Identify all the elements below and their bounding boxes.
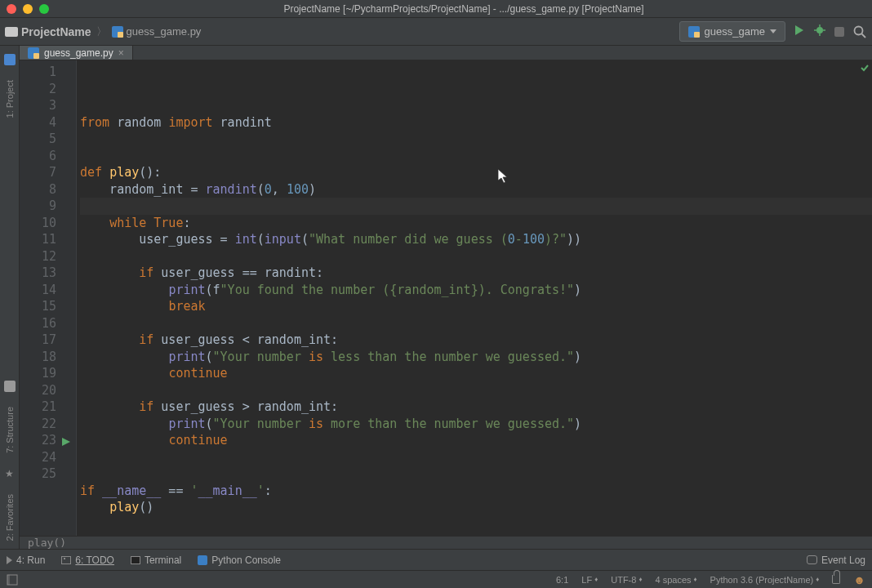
- code-line[interactable]: print("Your number is more than the numb…: [80, 416, 872, 433]
- code-line[interactable]: continue: [80, 365, 872, 382]
- line-separator-selector[interactable]: LF ♦: [581, 575, 598, 585]
- terminal-tool-button[interactable]: Terminal: [131, 555, 181, 566]
- python-icon: [198, 555, 207, 565]
- code-line[interactable]: if user_guess > random_int:: [80, 399, 872, 416]
- code-line[interactable]: random_int = randint(0, 100): [80, 181, 872, 198]
- line-number[interactable]: 9: [20, 198, 56, 215]
- caret-position[interactable]: 6:1: [556, 575, 568, 585]
- event-log-icon: [807, 555, 817, 564]
- line-number[interactable]: 20: [20, 382, 56, 399]
- code-line[interactable]: if user_guess == randint:: [80, 265, 872, 282]
- maximize-window-button[interactable]: [39, 4, 49, 14]
- code-line[interactable]: [80, 248, 872, 265]
- project-tool-icon[interactable]: [4, 54, 16, 65]
- line-number[interactable]: 23: [20, 432, 56, 449]
- memory-indicator-icon[interactable]: ☻: [853, 573, 865, 586]
- minimize-window-button[interactable]: [23, 4, 33, 14]
- debug-button[interactable]: [813, 24, 826, 39]
- code-line[interactable]: [80, 131, 872, 148]
- run-configuration-selector[interactable]: guess_game: [679, 21, 785, 42]
- window-title: ProjectName [~/PycharmProjects/ProjectNa…: [62, 3, 865, 15]
- code-line[interactable]: def play():: [80, 164, 872, 181]
- code-line[interactable]: print("Your number is less than the numb…: [80, 349, 872, 366]
- structure-tool-button[interactable]: 7: Structure: [5, 399, 15, 461]
- code-line[interactable]: continue: [80, 432, 872, 449]
- code-line[interactable]: from random import randint: [80, 114, 872, 131]
- editor-tab[interactable]: guess_game.py ×: [20, 46, 133, 60]
- structure-tool-icon[interactable]: [4, 381, 16, 392]
- line-number[interactable]: 10: [20, 215, 56, 232]
- editor-breadcrumb[interactable]: play(): [20, 536, 872, 549]
- line-number[interactable]: 24: [20, 449, 56, 466]
- svg-point-6: [855, 26, 863, 34]
- code-line[interactable]: [80, 449, 872, 466]
- line-number[interactable]: 17: [20, 332, 56, 349]
- code-line[interactable]: play(): [80, 499, 872, 516]
- code-line[interactable]: [80, 315, 872, 332]
- tool-windows-toggle-button[interactable]: [7, 574, 18, 586]
- code-line[interactable]: user_guess = int(input("What number did …: [80, 231, 872, 248]
- line-number[interactable]: 15: [20, 298, 56, 315]
- line-number[interactable]: 13: [20, 265, 56, 282]
- breadcrumb-file[interactable]: guess_game.py: [112, 25, 202, 38]
- line-number[interactable]: 16: [20, 315, 56, 332]
- line-number[interactable]: 7: [20, 164, 56, 181]
- run-gutter-icon[interactable]: [62, 435, 70, 452]
- line-number[interactable]: 22: [20, 416, 56, 433]
- interpreter-selector[interactable]: Python 3.6 (ProjectName) ♦: [710, 575, 820, 585]
- code-line[interactable]: [80, 516, 872, 533]
- code-line[interactable]: while True:: [80, 215, 872, 232]
- line-number[interactable]: 12: [20, 248, 56, 265]
- line-number[interactable]: 25: [20, 466, 56, 483]
- run-tool-button[interactable]: 4: Run: [7, 555, 45, 566]
- todo-tool-button[interactable]: 6: TODO: [61, 555, 114, 566]
- run-button[interactable]: [794, 24, 805, 38]
- svg-marker-8: [62, 438, 70, 446]
- stop-button[interactable]: [834, 27, 844, 37]
- code-line[interactable]: print(f"You found the number ({random_in…: [80, 282, 872, 299]
- close-tab-button[interactable]: ×: [118, 47, 124, 59]
- line-number[interactable]: 8: [20, 181, 56, 198]
- line-number[interactable]: 18: [20, 349, 56, 366]
- line-number[interactable]: 5: [20, 131, 56, 148]
- encoding-selector[interactable]: UTF-8 ♦: [611, 575, 642, 585]
- line-number[interactable]: 4: [20, 114, 56, 131]
- project-tool-button[interactable]: 1: Project: [5, 72, 15, 126]
- title-bar: ProjectName [~/PycharmProjects/ProjectNa…: [0, 0, 872, 18]
- code-line[interactable]: [80, 148, 872, 165]
- line-number[interactable]: 3: [20, 97, 56, 114]
- line-number[interactable]: 21: [20, 399, 56, 416]
- line-number[interactable]: 11: [20, 231, 56, 248]
- indent-selector[interactable]: 4 spaces ♦: [655, 575, 696, 585]
- chevron-right-icon: 〉: [96, 24, 107, 39]
- code-line[interactable]: [80, 466, 872, 483]
- line-number-gutter[interactable]: 1234567891011121314151617181920212223242…: [20, 60, 77, 536]
- python-console-tool-button[interactable]: Python Console: [198, 555, 281, 566]
- breadcrumb-project-label: ProjectName: [21, 25, 91, 38]
- code-area[interactable]: from random import randint def play(): r…: [77, 60, 872, 536]
- breadcrumb-file-label: guess_game.py: [127, 25, 202, 38]
- code-line[interactable]: [80, 382, 872, 399]
- chevron-down-icon: [770, 29, 776, 33]
- code-line[interactable]: if user_guess < random_int:: [80, 332, 872, 349]
- code-line[interactable]: break: [80, 298, 872, 315]
- svg-point-1: [816, 27, 823, 33]
- line-number[interactable]: 2: [20, 81, 56, 98]
- editor-tab-label: guess_game.py: [44, 47, 113, 59]
- line-number[interactable]: 6: [20, 148, 56, 165]
- line-number[interactable]: 14: [20, 282, 56, 299]
- line-number[interactable]: 1: [20, 64, 56, 81]
- lock-icon: [832, 575, 840, 584]
- code-line[interactable]: [80, 198, 872, 215]
- folder-icon: [5, 27, 18, 37]
- code-line[interactable]: if __name__ == '__main__':: [80, 483, 872, 500]
- event-log-button[interactable]: Event Log: [807, 555, 865, 566]
- search-everywhere-button[interactable]: [852, 24, 867, 39]
- line-number[interactable]: 19: [20, 365, 56, 382]
- favorites-tool-icon[interactable]: ★: [4, 468, 16, 479]
- favorites-tool-button[interactable]: 2: Favorites: [5, 486, 15, 549]
- read-only-toggle[interactable]: [832, 575, 840, 584]
- close-window-button[interactable]: [7, 4, 16, 14]
- breadcrumb-project[interactable]: ProjectName: [5, 25, 91, 38]
- code-editor[interactable]: 1234567891011121314151617181920212223242…: [20, 60, 872, 536]
